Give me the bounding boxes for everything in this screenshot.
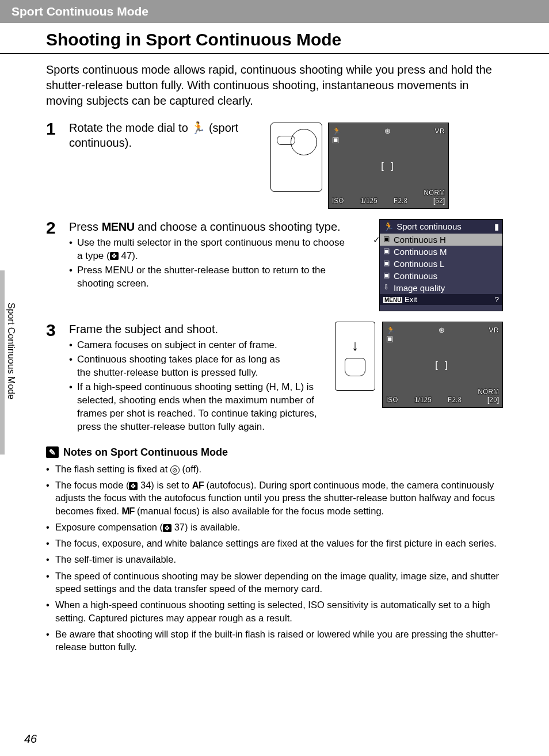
- note-6: The speed of continuous shooting may be …: [46, 570, 503, 595]
- menu-title: Sport continuous: [396, 222, 462, 231]
- menu-item-continuous-m: Continuous M: [380, 246, 502, 258]
- note-7: When a high-speed continuous shooting se…: [46, 598, 503, 624]
- focus-brackets: [ ]: [332, 161, 445, 171]
- focus-brackets: [ ]: [386, 360, 499, 371]
- vr-indicator: VR: [489, 326, 499, 334]
- step-3: 3 ↓ 🏃▣ ⊛ VR [ ] ISO 1/125: [46, 322, 503, 435]
- vr-indicator: VR: [434, 127, 445, 135]
- pencil-icon: ✎: [46, 446, 59, 458]
- manual-focus-icon: MF: [122, 506, 135, 516]
- autofocus-icon: AF: [192, 480, 204, 490]
- mode-dial-diagram: [270, 123, 322, 192]
- step-2-text: Press MENU and choose a continuous shoot…: [69, 219, 351, 234]
- sport-mode-icon: 🏃▣: [332, 127, 341, 144]
- menu-exit-label: Exit: [405, 295, 417, 304]
- step-2-number: 2: [46, 219, 69, 311]
- page-title: Shooting in Sport Continuous Mode: [0, 23, 549, 54]
- step-1-number: 1: [46, 120, 69, 209]
- note-2: The focus mode ( 34) is set to AF (autof…: [46, 479, 503, 517]
- menu-item-image-quality: Image quality: [380, 282, 502, 294]
- note-1: The flash setting is fixed at ⊘ (off).: [46, 463, 503, 475]
- flash-off-icon: ⊘: [170, 465, 180, 475]
- step-1: 1 Rotate the mode dial to 🏃 (sport conti…: [46, 120, 503, 209]
- step-1-text-a: Rotate the mode dial to: [69, 121, 191, 134]
- notes-title: Notes on Sport Continuous Mode: [63, 445, 228, 459]
- step-2: 2 🏃 Sport continuous ▮ ✓Continuous H Con…: [46, 219, 503, 311]
- lcd-preview-step1: 🏃▣ ⊛ VR [ ] ISO 1/125 F2.8 NORM [62]: [328, 123, 449, 209]
- page-ref-icon: [129, 482, 138, 490]
- page-ref-icon: [110, 252, 119, 260]
- battery-icon: ▮: [494, 222, 499, 232]
- shutter-speed: 1/125: [360, 197, 378, 205]
- sport-continuous-icon: 🏃: [191, 121, 205, 134]
- menu-button-label: MENU: [102, 220, 135, 233]
- sport-mode-icon: 🏃: [383, 222, 394, 231]
- menu-label-box: MENU: [383, 297, 402, 303]
- menu-item-continuous-l: Continuous L: [380, 258, 502, 270]
- step-2-bullet-2: Press MENU or the shutter-release button…: [69, 264, 351, 291]
- note-5: The self-timer is unavailable.: [46, 553, 503, 566]
- finger-icon: [345, 358, 365, 376]
- down-arrow-icon: ↓: [352, 337, 359, 354]
- intro-paragraph: Sports continuous mode allows rapid, con…: [0, 62, 549, 109]
- flash-off-icon: ⊛: [439, 326, 445, 334]
- step-3-number: 3: [46, 322, 69, 435]
- flash-off-icon: ⊛: [384, 127, 391, 135]
- side-tab-label: Sport Continuous Mode: [3, 299, 18, 403]
- help-icon: ?: [495, 295, 499, 304]
- iso-indicator: ISO: [332, 197, 344, 205]
- step-3-bullet-3: If a high-speed continuous shooting sett…: [69, 381, 503, 434]
- note-8: Be aware that shooting will stop if the …: [46, 628, 503, 654]
- notes-section: ✎ Notes on Sport Continuous Mode The fla…: [0, 445, 549, 654]
- section-header: Sport Continuous Mode: [0, 0, 549, 23]
- menu-item-continuous-h: ✓Continuous H: [380, 234, 502, 246]
- step-3-bullet-2: Continuous shooting takes place for as l…: [69, 353, 288, 380]
- aperture-value: F2.8: [394, 197, 407, 205]
- page-number: 46: [24, 732, 37, 746]
- norm-indicator: NORM: [424, 189, 445, 197]
- sport-continuous-menu: 🏃 Sport continuous ▮ ✓Continuous H Conti…: [379, 219, 503, 311]
- menu-button-label: MENU: [105, 265, 134, 276]
- sport-mode-icon: 🏃▣: [386, 326, 395, 343]
- note-4: The focus, exposure, and white balance s…: [46, 537, 503, 549]
- step-1-text: Rotate the mode dial to 🏃 (sport continu…: [69, 120, 265, 207]
- frames-remaining: 62: [435, 197, 443, 205]
- step-3-bullet-1: Camera focuses on subject in center of f…: [69, 339, 288, 352]
- step-2-bullet-1: Use the multi selector in the sport cont…: [69, 236, 351, 263]
- menu-item-continuous: Continuous: [380, 270, 502, 282]
- note-3: Exposure compensation ( 37) is available…: [46, 521, 503, 533]
- page-ref-icon: [163, 524, 171, 532]
